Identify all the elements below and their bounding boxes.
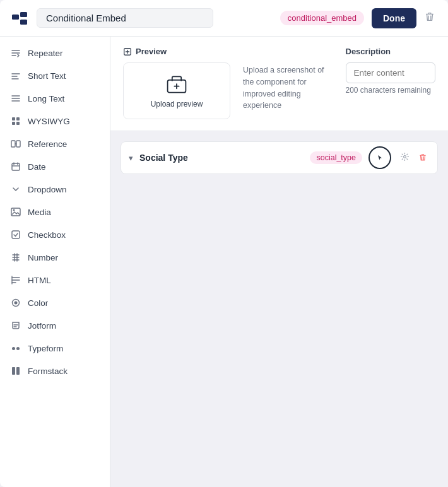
- fields-area: ▾ Social Type social_type: [110, 131, 448, 487]
- wysiwyg-icon: [10, 115, 21, 127]
- svg-rect-13: [11, 141, 15, 147]
- svg-rect-21: [11, 208, 20, 216]
- jotform-icon: [10, 320, 21, 331]
- sidebar-item-label-formstack: Formstack: [28, 367, 68, 376]
- sidebar-item-checkbox[interactable]: Checkbox: [0, 223, 110, 246]
- main-content: Repeater Short Text: [0, 37, 448, 487]
- long-text-icon: [10, 93, 21, 104]
- description-char-count: 200 characters remaining: [346, 86, 436, 95]
- checkbox-icon: [10, 229, 21, 240]
- preview-desc-text: Upload a screenshot of the component for…: [243, 64, 333, 112]
- reference-icon: [10, 138, 21, 150]
- field-name-label: Social Type: [139, 153, 304, 163]
- svg-rect-14: [16, 141, 20, 147]
- field-key-badge: social_type: [310, 151, 362, 164]
- formstack-icon: [10, 365, 21, 377]
- done-button[interactable]: Done: [372, 8, 416, 28]
- preview-section-icon: [123, 47, 132, 56]
- svg-rect-37: [16, 347, 20, 350]
- sidebar-item-html[interactable]: HTML: [0, 269, 110, 291]
- svg-point-42: [404, 156, 406, 158]
- sidebar-item-label-short-text: Short Text: [28, 71, 66, 81]
- sidebar-item-long-text[interactable]: Long Text: [0, 87, 110, 110]
- preview-label: Preview: [123, 47, 230, 56]
- field-actions: [398, 150, 430, 166]
- sidebar-item-label-typeform: Typeform: [28, 344, 63, 353]
- upload-preview-label: Upload preview: [151, 100, 203, 109]
- html-icon: [10, 274, 21, 286]
- svg-rect-9: [12, 117, 15, 120]
- sidebar-item-dropdown[interactable]: Dropdown: [0, 178, 110, 201]
- svg-rect-1: [20, 12, 27, 17]
- svg-rect-36: [12, 347, 15, 350]
- typeform-icon: [10, 343, 21, 354]
- description-label: Description: [346, 47, 436, 56]
- sidebar-item-typeform[interactable]: Typeform: [0, 337, 110, 360]
- sidebar-item-wysiwyg[interactable]: WYSIWYG: [0, 110, 110, 132]
- svg-rect-11: [12, 122, 15, 125]
- short-text-icon: [10, 70, 21, 81]
- sidebar-item-formstack[interactable]: Formstack: [0, 360, 110, 382]
- sidebar-item-reference[interactable]: Reference: [0, 132, 110, 155]
- sidebar-item-label-long-text: Long Text: [28, 94, 64, 103]
- top-bar: Conditional Embed conditional_embed Done: [0, 0, 448, 37]
- sidebar-item-label-jotform: Jotform: [28, 321, 56, 331]
- sidebar-item-label-html: HTML: [28, 276, 51, 285]
- field-cursor-indicator: [368, 146, 391, 169]
- field-row-social-type: ▾ Social Type social_type: [121, 141, 438, 174]
- sidebar-item-label-checkbox: Checkbox: [28, 230, 66, 240]
- sidebar-item-date[interactable]: Date: [0, 155, 110, 178]
- app-logo: [10, 9, 29, 28]
- component-key-badge: conditional_embed: [280, 11, 364, 25]
- svg-rect-12: [16, 122, 20, 125]
- sidebar-item-number[interactable]: Number: [0, 246, 110, 269]
- component-title[interactable]: Conditional Embed: [37, 8, 213, 28]
- app-container: Conditional Embed conditional_embed Done: [0, 0, 448, 487]
- date-icon: [10, 161, 21, 172]
- right-panel: Preview Upload preview Upload a screensh…: [110, 37, 448, 487]
- sidebar-item-label-reference: Reference: [28, 139, 67, 149]
- color-icon: [10, 297, 21, 308]
- svg-rect-22: [12, 231, 20, 238]
- preview-left: Preview Upload preview: [123, 47, 230, 120]
- sidebar-item-label-media: Media: [28, 208, 51, 217]
- sidebar-item-jotform[interactable]: Jotform: [0, 314, 110, 337]
- media-icon: [10, 206, 21, 218]
- description-input[interactable]: [346, 62, 436, 83]
- sidebar-item-label-repeater: Repeater: [28, 49, 63, 58]
- repeater-icon: [10, 47, 21, 59]
- number-icon: [10, 252, 21, 263]
- description-section: Description 200 characters remaining: [346, 47, 436, 120]
- sidebar-item-repeater[interactable]: Repeater: [0, 42, 110, 64]
- preview-description-area: Upload a screenshot of the component for…: [243, 47, 333, 120]
- sidebar-item-label-wysiwyg: WYSIWYG: [28, 117, 70, 126]
- sidebar-item-short-text[interactable]: Short Text: [0, 64, 110, 87]
- dropdown-icon: [10, 184, 21, 195]
- delete-component-button[interactable]: [421, 8, 438, 28]
- sidebar-item-label-color: Color: [28, 298, 48, 308]
- svg-point-20: [13, 209, 15, 211]
- top-bar-actions: Done: [372, 8, 438, 28]
- field-delete-button[interactable]: [416, 150, 430, 166]
- sidebar-item-color[interactable]: Color: [0, 291, 110, 314]
- sidebar-item-label-dropdown: Dropdown: [28, 185, 67, 194]
- svg-rect-0: [12, 15, 19, 20]
- sidebar: Repeater Short Text: [0, 37, 110, 487]
- upload-preview-icon: [165, 73, 188, 96]
- sidebar-item-media[interactable]: Media: [0, 201, 110, 223]
- sidebar-item-label-number: Number: [28, 253, 58, 262]
- svg-rect-2: [20, 20, 27, 25]
- svg-point-33: [15, 302, 18, 305]
- preview-section: Preview Upload preview Upload a screensh…: [110, 37, 448, 131]
- upload-preview-box[interactable]: Upload preview: [123, 62, 230, 119]
- field-chevron-icon[interactable]: ▾: [129, 153, 133, 163]
- cursor-arrow-icon: [375, 153, 384, 162]
- svg-rect-39: [16, 367, 20, 375]
- sidebar-item-label-date: Date: [28, 162, 46, 172]
- svg-rect-16: [12, 163, 20, 170]
- svg-rect-10: [16, 117, 20, 120]
- svg-rect-38: [12, 367, 15, 375]
- field-settings-button[interactable]: [398, 150, 412, 166]
